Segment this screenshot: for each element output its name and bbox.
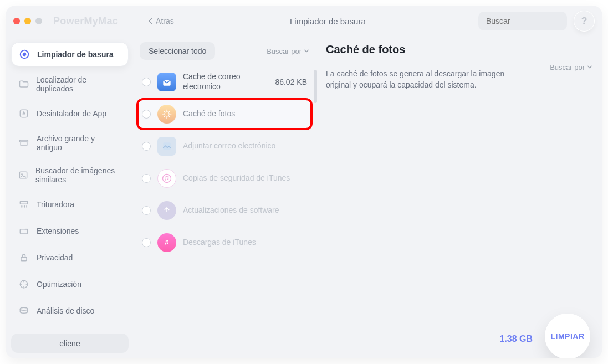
user-name: eliene xyxy=(59,339,80,348)
category-size: 86.02 KB xyxy=(275,78,307,86)
sidebar-item-extensions[interactable]: Extensiones xyxy=(11,219,129,243)
detail-title: Caché de fotos xyxy=(326,43,592,56)
header-title: Limpiador de basura xyxy=(290,17,366,26)
sidebar-item-junk-cleaner[interactable]: Limpiador de basura xyxy=(11,42,129,66)
category-sort-dropdown[interactable]: Buscar por xyxy=(267,47,309,55)
sidebar-item-label: Trituradora xyxy=(37,200,74,209)
sidebar-item-label: Desintalador de App xyxy=(37,109,106,118)
sidebar-item-disk-analysis[interactable]: Análisis de disco xyxy=(11,299,129,322)
app-icon xyxy=(18,107,30,120)
app-name: PowerMyMac xyxy=(53,16,118,27)
svg-rect-14 xyxy=(163,142,170,150)
sidebar-nav: Limpiador de basura Localizador de dupli… xyxy=(11,42,129,322)
sidebar-item-label: Archivo grande y antiguo xyxy=(37,134,122,152)
shredder-icon xyxy=(18,198,30,211)
select-all-button[interactable]: Seleccionar todo xyxy=(140,42,215,60)
svg-point-18 xyxy=(165,243,166,244)
window-minimize-button[interactable] xyxy=(24,18,31,24)
back-label: Atras xyxy=(156,17,174,25)
sidebar-item-privacy[interactable]: Privacidad xyxy=(11,246,129,269)
category-row-mail-attachments[interactable]: Adjuntar correo electrónico xyxy=(136,130,313,162)
sidebar-item-label: Optimización xyxy=(37,280,81,289)
detail-sort-dropdown[interactable]: Buscar por xyxy=(550,63,592,71)
category-row-itunes-downloads[interactable]: Descargas de iTunes xyxy=(136,227,313,259)
traffic-lights xyxy=(13,18,42,24)
svg-point-12 xyxy=(20,307,27,310)
itunes-backup-icon xyxy=(157,169,176,188)
image-icon xyxy=(18,169,29,181)
header: PowerMyMac Atras Limpiador de basura ? xyxy=(6,6,602,37)
extensions-icon xyxy=(18,225,30,237)
category-radio[interactable] xyxy=(142,78,151,86)
total-size: 1.38 GB xyxy=(499,334,533,344)
mail-icon xyxy=(157,73,176,91)
category-panel: Seleccionar todo Buscar por Cache de cor… xyxy=(133,37,316,358)
sidebar-item-similar-images[interactable]: Buscador de imágenes similares xyxy=(11,161,129,189)
category-row-itunes-backups[interactable]: Copias de seguridad de iTunes xyxy=(136,162,313,194)
target-icon xyxy=(18,48,30,60)
svg-point-19 xyxy=(167,243,168,244)
category-row-photo-cache[interactable]: Caché de fotos xyxy=(136,98,313,130)
category-row-mail-cache[interactable]: Cache de correo electronico 86.02 KB xyxy=(136,65,313,98)
sidebar-item-app-uninstaller[interactable]: Desintalador de App xyxy=(11,102,129,125)
sidebar-item-large-old-files[interactable]: Archivo grande y antiguo xyxy=(11,129,129,157)
svg-point-2 xyxy=(23,53,26,56)
search-input[interactable] xyxy=(485,16,584,26)
category-radio[interactable] xyxy=(142,238,151,247)
sort-label: Buscar por xyxy=(267,47,302,55)
help-button[interactable]: ? xyxy=(574,11,595,32)
detail-description: La caché de fotos se genera al descargar… xyxy=(326,68,525,91)
body: Limpiador de basura Localizador de dupli… xyxy=(6,37,602,358)
window-close-button[interactable] xyxy=(13,18,20,24)
category-label: Descargas de iTunes xyxy=(183,238,307,248)
chevron-down-icon xyxy=(304,47,309,55)
archive-icon xyxy=(18,137,30,149)
search-field[interactable] xyxy=(478,12,567,30)
chevron-left-icon xyxy=(148,17,154,26)
category-radio[interactable] xyxy=(142,206,151,215)
category-label: Cache de correo electronico xyxy=(183,72,268,91)
select-all-label: Seleccionar todo xyxy=(149,47,206,55)
sidebar-item-label: Privacidad xyxy=(37,253,73,262)
category-label: Caché de fotos xyxy=(183,109,307,119)
photo-icon xyxy=(157,105,176,124)
category-radio[interactable] xyxy=(142,110,151,119)
sidebar-item-label: Limpiador de basura xyxy=(37,50,114,59)
disk-icon xyxy=(18,305,30,317)
footer: 1.38 GB LIMPIAR xyxy=(487,320,602,358)
attachment-icon xyxy=(157,137,176,156)
svg-point-13 xyxy=(165,112,169,116)
category-label: Adjuntar correo electrónico xyxy=(183,141,307,151)
category-label: Actualizaciones de software xyxy=(183,206,307,216)
window-zoom-button[interactable] xyxy=(35,18,42,24)
chevron-down-icon xyxy=(587,63,592,71)
sidebar-item-shredder[interactable]: Trituradora xyxy=(11,193,129,216)
sidebar: Limpiador de basura Localizador de dupli… xyxy=(6,37,133,358)
category-row-software-updates[interactable]: Actualizaciones de software xyxy=(136,194,313,227)
svg-point-7 xyxy=(21,173,23,175)
software-update-icon xyxy=(157,201,176,220)
app-window: PowerMyMac Atras Limpiador de basura ? xyxy=(6,6,602,358)
svg-rect-8 xyxy=(20,201,27,204)
category-label: Copias de seguridad de iTunes xyxy=(183,173,307,183)
help-icon: ? xyxy=(581,16,587,27)
itunes-download-icon xyxy=(157,233,176,252)
category-panel-header: Seleccionar todo Buscar por xyxy=(136,42,313,65)
detail-panel: Caché de fotos La caché de fotos se gene… xyxy=(316,37,602,358)
sidebar-item-duplicate-finder[interactable]: Localizador de duplicados xyxy=(11,70,129,99)
clean-button[interactable]: LIMPIAR xyxy=(545,314,590,358)
svg-rect-10 xyxy=(21,257,27,261)
svg-point-16 xyxy=(165,179,166,180)
clean-label: LIMPIAR xyxy=(550,332,584,341)
sidebar-item-label: Análisis de disco xyxy=(37,306,94,315)
folder-icon xyxy=(18,78,29,90)
category-radio[interactable] xyxy=(142,142,151,151)
sidebar-item-optimization[interactable]: Optimización xyxy=(11,273,129,296)
user-account-button[interactable]: eliene xyxy=(11,334,129,353)
back-button[interactable]: Atras xyxy=(145,14,177,28)
sidebar-item-label: Localizador de duplicados xyxy=(36,75,122,93)
sidebar-item-label: Extensiones xyxy=(37,227,79,235)
sidebar-item-label: Buscador de imágenes similares xyxy=(35,166,122,184)
category-radio[interactable] xyxy=(142,174,151,183)
optimize-icon xyxy=(18,278,30,290)
